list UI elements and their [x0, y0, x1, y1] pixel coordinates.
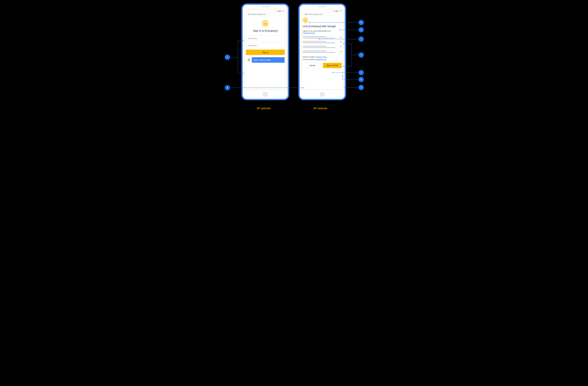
callout-4: 4 [225, 85, 230, 90]
url-bar[interactable]: https://www.example.com [303, 13, 342, 16]
callout-A: A [358, 27, 364, 32]
callout-1: 1 [358, 70, 364, 75]
privacy-policy-link[interactable]: Privacy Policy [316, 56, 327, 58]
password-input[interactable]: Password [246, 43, 285, 48]
signin-button[interactable]: Sign In [246, 49, 285, 55]
permission-item[interactable] [303, 36, 342, 39]
phone-speaker [261, 6, 269, 7]
company-logo-icon [262, 20, 269, 27]
callout-5: 5 [225, 55, 230, 60]
diagram-canvas: 12:30 https://www.example.com Sign in to… [204, 0, 384, 119]
callout-8: 8 [358, 20, 364, 25]
permission-list [303, 36, 342, 53]
unlink-link[interactable]: example.com [316, 58, 326, 60]
change-account-link[interactable]: change account [303, 32, 315, 34]
google-signin-button[interactable]: Sign in with Google [246, 57, 285, 63]
company-logo-icon [303, 18, 308, 23]
phone-speaker [318, 6, 326, 7]
permission-item[interactable] [303, 51, 342, 53]
agree-button[interactable]: Agree and link [323, 63, 342, 68]
callout-7: 7 [358, 36, 364, 42]
callout-6: 6 [358, 77, 364, 82]
chevron-down-icon [340, 46, 342, 48]
url-bar[interactable]: https://www.example.com [246, 13, 285, 16]
signin-heading: Sign in to [Company] [246, 29, 285, 32]
home-button[interactable] [263, 92, 268, 97]
permission-item[interactable] [303, 41, 342, 44]
screen-signin: 12:30 https://www.example.com Sign in to… [244, 9, 286, 90]
google-signin-label: Sign in with Google [252, 57, 285, 63]
status-bar: 12:30 [303, 10, 342, 12]
unlink-text: You can unlink at example.com [303, 58, 342, 60]
chevron-down-icon [340, 51, 342, 52]
screen-consent: 12:30 https://www.example.com Link [Comp… [301, 9, 343, 90]
svg-rect-0 [280, 10, 280, 12]
phone-consent: 12:30 https://www.example.com Link [Comp… [298, 3, 346, 100]
callout-3: 3 [358, 85, 364, 90]
permission-item[interactable] [303, 46, 342, 49]
username-input[interactable]: Username [246, 36, 285, 41]
status-time: 12:30 [338, 10, 342, 12]
consent-heading: Link [Company] with Google [303, 25, 342, 28]
svg-rect-3 [337, 10, 337, 11]
phone-label-right: 3P website [313, 107, 327, 110]
svg-rect-1 [280, 10, 280, 11]
chevron-down-icon [340, 41, 342, 43]
privacy-text: Review Google's Privacy Policy [303, 56, 342, 58]
signed-in-text: Signed in as user123@example.com [303, 30, 342, 32]
home-button[interactable] [319, 92, 325, 97]
callout-2: 2 [358, 52, 364, 58]
status-time: 12:30 [281, 10, 285, 12]
chevron-down-icon [340, 36, 342, 38]
cancel-button[interactable]: Cancel [303, 63, 322, 68]
google-logo-icon [246, 57, 252, 63]
status-bar: 12:30 [246, 10, 285, 12]
svg-rect-2 [336, 10, 337, 12]
phone-signin: 12:30 https://www.example.com Sign in to… [241, 3, 289, 100]
phone-label-left: 3P website [256, 107, 271, 110]
